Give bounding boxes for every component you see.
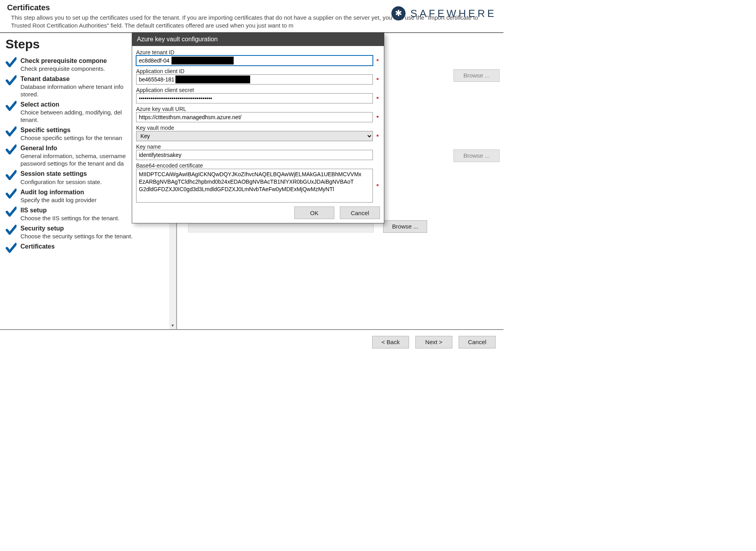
check-icon [6,101,17,113]
redaction-box [171,57,234,64]
check-icon [6,144,17,157]
browse-button[interactable]: Browse ... [454,69,500,82]
logo: ✱ SAFEWHERE [391,6,496,20]
step-title: Certificates [20,243,171,250]
check-icon [6,188,17,201]
cancel-button[interactable]: Cancel [340,206,380,219]
label-tenant-id: Azure tenant ID [136,49,380,55]
back-button[interactable]: < Back [372,336,409,348]
browse-button[interactable]: Browse ... [454,149,500,162]
redaction-box [175,76,250,83]
required-icon: * [375,76,380,83]
check-icon [6,206,17,219]
label-client-id: Application client ID [136,68,380,74]
logo-text: SAFEWHERE [410,7,496,20]
step-title: Security setup [20,225,171,232]
cancel-button[interactable]: Cancel [459,336,496,348]
client-secret-input[interactable] [136,93,373,103]
vault-url-input[interactable] [136,112,373,122]
check-icon [6,57,17,69]
required-icon: * [375,57,380,64]
azure-key-vault-dialog: Azure key vault configuration Azure tena… [132,32,384,223]
required-icon: * [375,133,380,140]
browse-button[interactable]: Browse ... [383,220,427,233]
check-icon [6,75,17,87]
label-client-secret: Application client secret [136,87,380,93]
step-desc: Choose the security settings for the ten… [20,233,171,240]
required-icon: * [375,95,380,102]
wizard-footer: < Back Next > Cancel [0,329,503,354]
next-button[interactable]: Next > [415,336,452,348]
dialog-title: Azure key vault configuration [132,33,384,46]
client-id-input[interactable] [136,74,373,85]
label-key-name: Key name [136,144,380,150]
check-icon [6,243,17,255]
b64cert-textarea[interactable]: MIIDPTCCAiWgAwIBAgICKNQwDQYJKoZIhvcNAQEL… [136,169,373,203]
required-icon: * [375,182,380,189]
label-vault-mode: Key vault mode [136,125,380,131]
step-item[interactable]: Security setupChoose the security settin… [6,225,171,240]
check-icon [6,170,17,182]
scroll-down-icon[interactable]: ▼ [171,322,175,329]
key-name-input[interactable] [136,150,373,160]
ok-button[interactable]: OK [294,206,334,219]
step-item[interactable]: Certificates [6,243,171,255]
required-icon: * [375,114,380,121]
check-icon [6,126,17,138]
snowflake-icon: ✱ [391,6,406,20]
label-vault-url: Azure key vault URL [136,106,380,112]
check-icon [6,225,17,237]
label-b64cert: Base64-encoded certificate [136,162,380,169]
vault-mode-select[interactable]: Key [136,131,373,141]
